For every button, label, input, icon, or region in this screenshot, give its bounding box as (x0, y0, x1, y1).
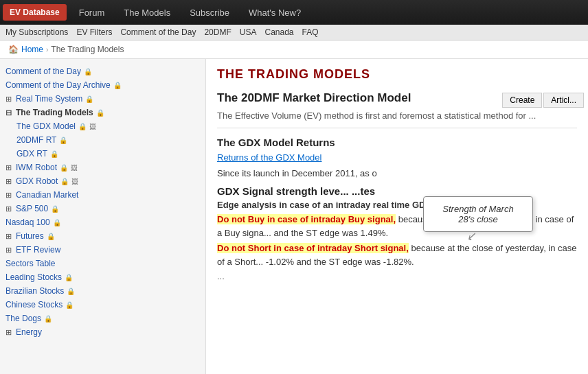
sidebar-item-sectors-table[interactable]: Sectors Table (0, 257, 205, 270)
sidebar-item-label: IWM Robot (16, 163, 57, 172)
sidebar-item-gdx-robot[interactable]: ⊞ GDX Robot 🔒 🖼 (0, 174, 205, 188)
lock-icon: 🔒 (53, 219, 61, 226)
lock-icon: 🔒 (113, 82, 122, 89)
sidebar-item-label: Brazilian Stocks (5, 286, 64, 296)
breadcrumb-separator: › (46, 46, 48, 54)
sidebar-item-label: The Trading Models (16, 108, 93, 117)
sec-nav-my-subscriptions[interactable]: My Subscriptions (5, 27, 68, 37)
sidebar-item-label: Energy (16, 327, 42, 337)
sidebar-item-label: Real Time System (16, 94, 82, 104)
sidebar-item-realtime[interactable]: ⊞ Real Time System 🔒 (0, 92, 205, 106)
sidebar-item-label: 20DMF RT (16, 135, 56, 145)
section2-text: Since its launch in December 2011, as o (217, 168, 577, 178)
image-icon: 🖼 (71, 178, 78, 185)
sidebar-item-canadian-market[interactable]: ⊞ Canadian Market (0, 188, 205, 202)
sidebar-item-label: Comment of the Day Archive (5, 80, 111, 90)
lock-icon: 🔒 (60, 178, 69, 185)
content-dots: ... (217, 271, 577, 281)
sidebar-item-label: GDX RT (16, 149, 47, 159)
sidebar-item-etf-review[interactable]: ⊞ ETF Review (0, 243, 205, 257)
tooltip-text: Strength of March 28's close (442, 204, 513, 224)
lock-icon: 🔒 (59, 137, 67, 144)
lock-icon: 🔒 (47, 233, 55, 240)
gdx-returns-link[interactable]: Returns of the GDX Model (217, 152, 577, 163)
signal-line1-highlight: Do not Buy in case of intraday Buy signa… (217, 214, 396, 224)
signal-title: GDX Signal strength leve... ...tes (217, 185, 577, 197)
divider (217, 128, 577, 128)
lock-icon: 🔒 (51, 205, 59, 213)
signal-line2-highlight: Do not Short in case of intraday Short s… (217, 243, 409, 253)
breadcrumb: 🏠 Home › The Trading Models (0, 40, 588, 59)
sidebar-item-energy[interactable]: ⊞ Energy (0, 325, 205, 339)
sidebar-item-futures[interactable]: ⊞ Futures 🔒 (0, 229, 205, 243)
expand-icon: ⊞ (5, 328, 12, 337)
secondary-nav: My Subscriptions EV Filters Comment of t… (0, 25, 588, 40)
sidebar-item-gdx-model[interactable]: The GDX Model 🔒 🖼 (0, 119, 205, 133)
sidebar-item-label: GDX Robot (16, 176, 58, 186)
sidebar-item-label: S&P 500 (16, 204, 48, 213)
sidebar-item-trading-models[interactable]: ⊟ The Trading Models 🔒 (0, 106, 205, 119)
main-content: THE TRADING MODELS The 20DMF Market Dire… (206, 59, 588, 374)
sidebar-item-label: Sectors Table (5, 259, 56, 268)
image-icon: 🖼 (89, 123, 96, 130)
page-title: THE TRADING MODELS (217, 67, 577, 82)
expand-icon: ⊞ (5, 191, 12, 200)
breadcrumb-home[interactable]: Home (21, 45, 43, 54)
image-icon: 🖼 (71, 164, 78, 172)
sidebar-item-comment-archive[interactable]: Comment of the Day Archive 🔒 (0, 78, 205, 92)
sidebar-item-brazilian-stocks[interactable]: Brazilian Stocks 🔒 (0, 284, 205, 298)
lock-icon: 🔒 (60, 164, 68, 172)
sec-nav-usa[interactable]: USA (240, 27, 257, 37)
sidebar: Comment of the Day 🔒 Comment of the Day … (0, 59, 206, 374)
sidebar-item-label: The Dogs (5, 314, 41, 323)
logo[interactable]: EV Database (3, 4, 67, 21)
section2-title: The GDX Model Returns (217, 137, 577, 148)
sidebar-item-leading-stocks[interactable]: Leading Stocks 🔒 (0, 270, 205, 284)
expand-icon: ⊞ (5, 163, 12, 172)
lock-icon: 🔒 (44, 315, 52, 323)
sidebar-item-the-dogs[interactable]: The Dogs 🔒 (0, 312, 205, 325)
sec-nav-canada[interactable]: Canada (264, 27, 293, 37)
sidebar-item-label: ETF Review (16, 245, 60, 255)
collapse-icon: ⊟ (5, 108, 12, 117)
lock-icon: 🔒 (96, 109, 104, 117)
sidebar-item-label: The GDX Model (16, 121, 76, 131)
nav-subscribe[interactable]: Subscribe (180, 3, 239, 22)
tooltip-tail: ↙ (467, 228, 476, 245)
section1-title: The 20DMF Market Direction Model (217, 91, 577, 105)
sidebar-item-label: Canadian Market (16, 190, 78, 200)
sidebar-item-nasdaq100[interactable]: Nasdaq 100 🔒 (0, 215, 205, 229)
sidebar-item-20dmf-rt[interactable]: 20DMF RT 🔒 (0, 133, 205, 147)
sidebar-item-chinese-stocks[interactable]: Chinese Stocks 🔒 (0, 298, 205, 312)
main-layout: Comment of the Day 🔒 Comment of the Day … (0, 59, 588, 374)
lock-icon: 🔒 (65, 274, 73, 281)
signal-line2: Do not Short in case of intraday Short s… (217, 242, 577, 268)
expand-icon: ⊞ (5, 177, 12, 186)
lock-icon: 🔒 (84, 68, 92, 75)
expand-icon: ⊞ (5, 95, 12, 104)
sec-nav-20dmf[interactable]: 20DMF (204, 27, 231, 37)
sec-nav-faq[interactable]: FAQ (302, 27, 319, 37)
lock-icon: 🔒 (78, 123, 87, 130)
lock-icon: 🔒 (50, 150, 58, 158)
lock-icon: 🔒 (85, 95, 93, 103)
home-icon: 🏠 (8, 45, 19, 54)
nav-whatsnew[interactable]: What's New? (239, 3, 310, 22)
sec-nav-ev-filters[interactable]: EV Filters (76, 27, 112, 37)
sidebar-item-comment-of-day[interactable]: Comment of the Day 🔒 (0, 65, 205, 78)
sec-nav-comment[interactable]: Comment of the Day (120, 27, 196, 37)
sidebar-item-label: Nasdaq 100 (5, 218, 50, 227)
top-nav: EV Database Forum The Models Subscribe W… (0, 0, 588, 25)
sidebar-item-gdx-rt[interactable]: GDX RT 🔒 (0, 147, 205, 161)
expand-icon: ⊞ (5, 204, 12, 213)
nav-forum[interactable]: Forum (69, 3, 115, 22)
sidebar-item-iwm-robot[interactable]: ⊞ IWM Robot 🔒 🖼 (0, 161, 205, 174)
nav-models[interactable]: The Models (114, 3, 180, 22)
lock-icon: 🔒 (65, 301, 74, 309)
sidebar-item-label: Futures (16, 231, 44, 241)
expand-icon: ⊞ (5, 232, 12, 241)
breadcrumb-current: The Trading Models (51, 45, 124, 54)
sidebar-item-label: Chinese Stocks (5, 300, 63, 309)
sidebar-item-sp500[interactable]: ⊞ S&P 500 🔒 (0, 202, 205, 215)
lock-icon: 🔒 (67, 288, 75, 295)
